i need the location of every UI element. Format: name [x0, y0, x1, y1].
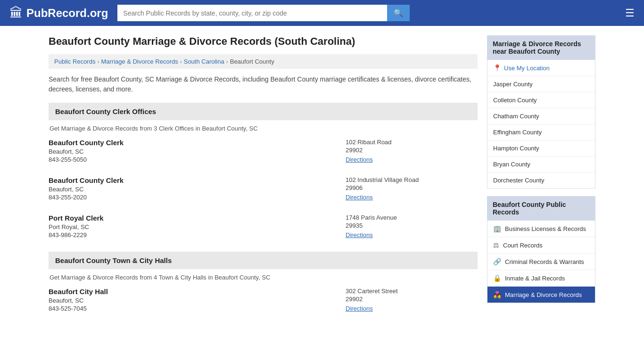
clerk-office-2-address: 102 Industrial Village Road	[346, 176, 478, 183]
sidebar-item-marriage-records[interactable]: 💑 Marriage & Divorce Records	[487, 287, 595, 303]
clerk-office-1-name: Beaufort County Clerk	[49, 139, 346, 147]
marriage-records-label: Marriage & Divorce Records	[505, 291, 582, 298]
sidebar-item-business-licenses[interactable]: 🏢 Business Licenses & Records	[487, 221, 595, 237]
marriage-icon: 💑	[493, 291, 501, 298]
hamburger-icon: ☰	[625, 7, 635, 19]
business-licenses-label: Business Licenses & Records	[505, 225, 586, 232]
page-title: Beaufort County Marriage & Divorce Recor…	[49, 35, 478, 48]
sidebar: Marriage & Divorce Records near Beaufort…	[487, 35, 595, 325]
clerk-office-2-name: Beaufort County Clerk	[49, 176, 346, 184]
clerk-office-1-phone: 843-255-5050	[49, 156, 346, 163]
site-header: 🏛 PubRecord.org 🔍 ☰	[0, 0, 644, 26]
use-location-label: Use My Location	[504, 65, 550, 72]
breadcrumb-public-records[interactable]: Public Records	[54, 58, 95, 65]
sidebar-nearby-list: 📍 Use My Location Jasper County Colleton…	[487, 60, 595, 189]
sidebar-item-bryan[interactable]: Bryan County	[487, 156, 595, 173]
clerk-office-3: Port Royal Clerk Port Royal, SC 843-986-…	[49, 214, 478, 241]
breadcrumb-marriage-divorce[interactable]: Marriage & Divorce Records	[101, 58, 178, 65]
cityhall-office-1-address: 302 Carteret Street	[346, 288, 478, 295]
breadcrumb: Public Records › Marriage & Divorce Reco…	[49, 54, 478, 69]
sidebar-nearby-title: Marriage & Divorce Records near Beaufort…	[487, 35, 595, 60]
clerk-office-2-right: 102 Industrial Village Road 29906 Direct…	[346, 176, 478, 201]
sidebar-item-dorchester[interactable]: Dorchester County	[487, 173, 595, 188]
clerk-office-3-name: Port Royal Clerk	[49, 214, 346, 222]
cityhall-office-1: Beaufort City Hall Beaufort, SC 843-525-…	[49, 288, 478, 315]
breadcrumb-sep-2: ›	[180, 58, 182, 65]
clerk-office-2-directions[interactable]: Directions	[346, 194, 373, 201]
cityhall-office-1-directions[interactable]: Directions	[346, 305, 373, 312]
content-area: Beaufort County Marriage & Divorce Recor…	[49, 35, 478, 325]
location-icon: 📍	[493, 64, 501, 72]
cityhall-office-1-name: Beaufort City Hall	[49, 288, 346, 296]
sidebar-item-hampton[interactable]: Hampton County	[487, 140, 595, 156]
cityhall-office-1-city: Beaufort, SC	[49, 297, 346, 304]
clerk-office-1-address: 102 Ribaut Road	[346, 139, 478, 146]
chatham-county-label: Chatham County	[493, 113, 539, 120]
search-button[interactable]: 🔍	[387, 5, 410, 21]
clerk-section-header: Beaufort County Clerk Offices	[49, 103, 478, 120]
clerk-office-1-left: Beaufort County Clerk Beaufort, SC 843-2…	[49, 139, 346, 163]
clerk-office-2-phone: 843-255-2020	[49, 194, 346, 201]
cityhall-section-description: Get Marriage & Divorce Records from 4 To…	[49, 274, 478, 281]
bryan-county-label: Bryan County	[493, 161, 530, 168]
inmate-icon: 🔒	[493, 274, 501, 282]
hampton-county-label: Hampton County	[493, 145, 539, 152]
sidebar-item-colleton[interactable]: Colleton County	[487, 92, 595, 108]
sidebar-item-use-location[interactable]: 📍 Use My Location	[487, 60, 595, 76]
search-bar: 🔍	[117, 5, 410, 21]
jasper-county-label: Jasper County	[493, 81, 533, 88]
court-records-label: Court Records	[503, 242, 543, 249]
cityhall-section-header: Beaufort County Town & City Halls	[49, 252, 478, 269]
business-icon: 🏢	[493, 225, 501, 232]
clerk-office-3-directions[interactable]: Directions	[346, 231, 373, 239]
clerk-office-1: Beaufort County Clerk Beaufort, SC 843-2…	[49, 139, 478, 166]
sidebar-item-jasper[interactable]: Jasper County	[487, 76, 595, 92]
effingham-county-label: Effingham County	[493, 129, 542, 136]
breadcrumb-sep-1: ›	[97, 58, 99, 65]
page-description: Search for free Beaufort County, SC Marr…	[49, 74, 478, 94]
court-icon: ⚖	[493, 241, 499, 249]
clerk-office-2: Beaufort County Clerk Beaufort, SC 843-2…	[49, 176, 478, 204]
breadcrumb-sep-3: ›	[226, 58, 228, 65]
clerk-office-1-zip: 29902	[346, 147, 478, 154]
logo-icon: 🏛	[9, 5, 23, 21]
inmate-records-label: Inmate & Jail Records	[505, 275, 565, 282]
search-icon: 🔍	[394, 9, 403, 17]
menu-button[interactable]: ☰	[625, 7, 635, 19]
clerk-office-1-city: Beaufort, SC	[49, 148, 346, 155]
clerk-office-2-city: Beaufort, SC	[49, 186, 346, 193]
cityhall-office-1-zip: 29902	[346, 296, 478, 303]
criminal-icon: 🔗	[493, 258, 501, 265]
main-container: Beaufort County Marriage & Divorce Recor…	[39, 26, 605, 335]
site-logo[interactable]: 🏛 PubRecord.org	[9, 5, 108, 21]
sidebar-item-chatham[interactable]: Chatham County	[487, 108, 595, 124]
clerk-office-3-left: Port Royal Clerk Port Royal, SC 843-986-…	[49, 214, 346, 239]
clerk-office-3-city: Port Royal, SC	[49, 223, 346, 230]
clerk-office-3-right: 1748 Paris Avenue 29935 Directions	[346, 214, 478, 239]
clerk-office-3-zip: 29935	[346, 222, 478, 229]
colleton-county-label: Colleton County	[493, 97, 537, 104]
logo-text: PubRecord.org	[26, 7, 108, 20]
sidebar-public-records-list: 🏢 Business Licenses & Records ⚖ Court Re…	[487, 221, 595, 303]
sidebar-item-effingham[interactable]: Effingham County	[487, 124, 595, 140]
criminal-records-label: Criminal Records & Warrants	[505, 258, 584, 265]
clerk-office-2-left: Beaufort County Clerk Beaufort, SC 843-2…	[49, 176, 346, 201]
clerk-office-1-directions[interactable]: Directions	[346, 156, 373, 163]
clerk-office-2-zip: 29906	[346, 184, 478, 191]
clerk-office-3-address: 1748 Paris Avenue	[346, 214, 478, 221]
cityhall-office-1-phone: 843-525-7045	[49, 305, 346, 312]
sidebar-item-court-records[interactable]: ⚖ Court Records	[487, 237, 595, 254]
sidebar-item-criminal-records[interactable]: 🔗 Criminal Records & Warrants	[487, 254, 595, 270]
breadcrumb-current: Beaufort County	[230, 58, 274, 65]
cityhall-office-1-left: Beaufort City Hall Beaufort, SC 843-525-…	[49, 288, 346, 312]
breadcrumb-south-carolina[interactable]: South Carolina	[184, 58, 224, 65]
sidebar-item-inmate-records[interactable]: 🔒 Inmate & Jail Records	[487, 270, 595, 287]
clerk-section-description: Get Marriage & Divorce Records from 3 Cl…	[49, 125, 478, 132]
clerk-office-1-right: 102 Ribaut Road 29902 Directions	[346, 139, 478, 163]
cityhall-office-1-right: 302 Carteret Street 29902 Directions	[346, 288, 478, 312]
search-input[interactable]	[117, 5, 387, 21]
sidebar-public-records-title: Beaufort County Public Records	[487, 196, 595, 221]
dorchester-county-label: Dorchester County	[493, 177, 544, 184]
clerk-office-3-phone: 843-986-2229	[49, 231, 346, 239]
